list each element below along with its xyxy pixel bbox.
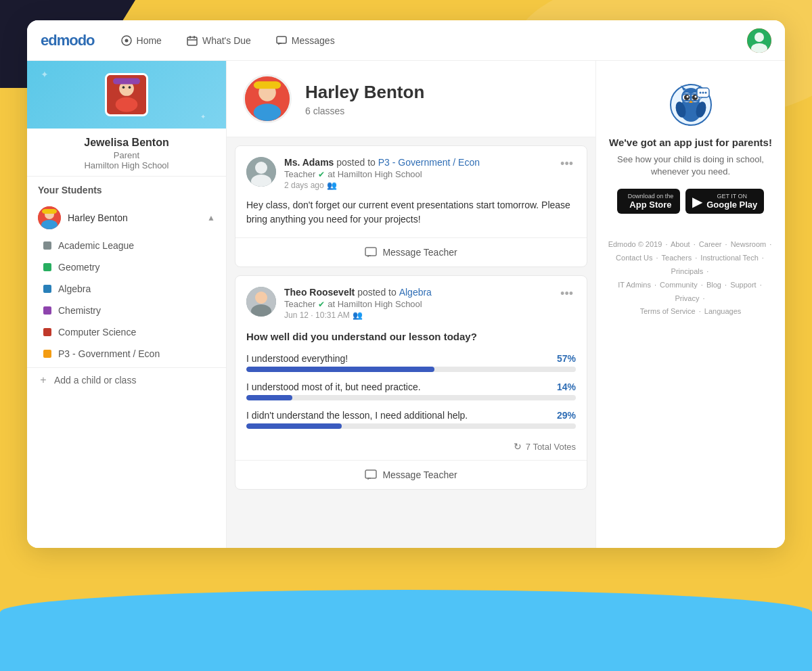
footer-link-support[interactable]: Support xyxy=(730,281,757,289)
post-teacher-label-2: Teacher xyxy=(284,299,315,309)
class-item-computer-science[interactable]: Computer Science xyxy=(27,321,226,343)
footer-link-career[interactable]: Career xyxy=(699,240,722,248)
post-author-1: Ms. Adams posted to P3 - Government / Ec… xyxy=(284,157,549,168)
footer-link-privacy[interactable]: Privacy xyxy=(675,294,699,302)
app-store-small-text: Download on the xyxy=(628,193,674,200)
owl-icon xyxy=(667,81,715,129)
student-header-harley[interactable]: Harley Benton ▲ xyxy=(27,201,226,235)
poll-option-label-3: I didn't understand the lesson, I need a… xyxy=(246,410,468,421)
user-avatar[interactable] xyxy=(747,28,771,53)
footer-link-it[interactable]: IT Admins xyxy=(618,281,651,289)
post-time-text-2: Jun 12 · 10:31 AM xyxy=(284,310,350,320)
nav-messages-label: Messages xyxy=(292,35,335,46)
poll-bar-bg-2 xyxy=(246,395,576,400)
top-navigation: edmodo Home xyxy=(27,20,785,61)
class-dot-government-econ xyxy=(43,350,51,358)
class-dot-algebra xyxy=(43,285,51,293)
student-section: Harley Benton ▲ Academic League Geometry xyxy=(27,201,226,367)
class-item-academic-league[interactable]: Academic League xyxy=(27,235,226,256)
post-card-1: Ms. Adams posted to P3 - Government / Ec… xyxy=(235,145,587,267)
footer-link-languages[interactable]: Languages xyxy=(704,307,741,315)
verified-badge-2: ✔ xyxy=(318,300,325,309)
poll-total-label: 7 Total Votes xyxy=(526,442,576,452)
svg-rect-2 xyxy=(187,37,197,45)
class-list: Academic League Geometry Algebra Chemist… xyxy=(27,235,226,367)
footer-link-terms[interactable]: Terms of Service xyxy=(640,307,696,315)
footer-link-instructional[interactable]: Instructional Tech xyxy=(700,254,758,262)
message-teacher-label-2: Message Teacher xyxy=(382,469,457,480)
main-app-window: edmodo Home xyxy=(27,20,785,548)
footer-link-principals[interactable]: Principals xyxy=(671,267,704,275)
footer-links: Edmodo © 2019 · About · Career · Newsroo… xyxy=(607,238,774,319)
class-item-algebra[interactable]: Algebra xyxy=(27,278,226,300)
poll-question: How well did you understand our lesson t… xyxy=(235,328,587,350)
footer-link-blog[interactable]: Blog xyxy=(706,281,721,289)
post-school-line-2: Teacher ✔ at Hamilton High School xyxy=(284,299,549,309)
nav-messages[interactable]: Messages xyxy=(270,32,340,49)
svg-rect-15 xyxy=(113,78,140,85)
google-play-button[interactable]: ▶ GET IT ON Google Play xyxy=(685,189,764,214)
footer-link-contact[interactable]: Contact Us xyxy=(616,254,652,262)
nav-home[interactable]: Home xyxy=(115,32,167,49)
post-posted-to-2: posted to xyxy=(357,287,399,298)
footer-link-newsroom[interactable]: Newsroom xyxy=(731,240,767,248)
poll-bar-bg-3 xyxy=(246,423,576,429)
post-menu-2[interactable]: ••• xyxy=(558,287,576,301)
logo: edmodo xyxy=(41,32,95,49)
post-time-1: 2 days ago 👥 xyxy=(284,181,549,190)
profile-banner xyxy=(27,61,226,129)
message-teacher-btn-1[interactable]: Message Teacher xyxy=(365,246,457,258)
class-item-geometry[interactable]: Geometry xyxy=(27,256,226,278)
post-menu-1[interactable]: ••• xyxy=(558,157,576,171)
poll-bar-fill-2 xyxy=(246,395,292,400)
post-class-2: Algebra xyxy=(399,287,432,298)
class-item-government-econ[interactable]: P3 - Government / Econ xyxy=(27,343,226,365)
class-dot-geometry xyxy=(43,263,51,271)
poll-option-1: I understood everything! 57% xyxy=(235,350,587,379)
google-play-name: Google Play xyxy=(706,200,757,210)
profile-role: Parent xyxy=(38,150,215,160)
google-play-small-text: GET IT ON xyxy=(706,193,757,200)
your-students-header: Your Students xyxy=(27,176,226,201)
nav-whats-due[interactable]: What's Due xyxy=(181,32,256,49)
svg-point-53 xyxy=(704,92,706,94)
post-class-1: P3 - Government / Econ xyxy=(378,157,480,168)
svg-rect-27 xyxy=(365,248,376,256)
footer-link-teachers[interactable]: Teachers xyxy=(662,254,692,262)
post-card-2: Theo Roosevelt posted to Algebra Teacher… xyxy=(235,275,587,490)
post-author-2: Theo Roosevelt posted to Algebra xyxy=(284,287,549,298)
profile-large-avatar xyxy=(243,74,292,123)
message-teacher-btn-2[interactable]: Message Teacher xyxy=(365,469,457,481)
poll-percent-2: 14% xyxy=(557,381,576,392)
post-footer-2: Message Teacher xyxy=(235,460,587,489)
message-teacher-label-1: Message Teacher xyxy=(382,247,457,258)
profile-school: Hamilton High School xyxy=(38,160,215,170)
svg-rect-6 xyxy=(277,37,286,43)
student-avatar-harley xyxy=(38,206,61,229)
app-store-name: App Store xyxy=(628,200,674,210)
post-posted-to-1: posted to xyxy=(336,157,378,168)
poll-option-3: I didn't understand the lesson, I need a… xyxy=(235,407,587,436)
add-child-button[interactable]: + Add a child or class xyxy=(27,367,226,392)
svg-point-22 xyxy=(254,103,281,121)
app-promo: We've got an app just for parents! See h… xyxy=(607,74,774,225)
google-play-text: GET IT ON Google Play xyxy=(706,193,757,210)
post-icon-2: 👥 xyxy=(353,310,363,320)
body-layout: Jewelisa Benton Parent Hamilton High Sch… xyxy=(27,61,785,548)
svg-point-42 xyxy=(694,96,696,98)
footer-link-community[interactable]: Community xyxy=(660,281,698,289)
class-item-chemistry[interactable]: Chemistry xyxy=(27,300,226,321)
post-time-2: Jun 12 · 10:31 AM 👥 xyxy=(284,310,549,320)
poll-total: ↻ 7 Total Votes xyxy=(235,436,587,460)
poll-bar-fill-1 xyxy=(246,367,434,372)
post-icon-1: 👥 xyxy=(327,181,337,190)
message-icon-1 xyxy=(365,246,377,258)
app-store-button[interactable]: Download on the App Store xyxy=(617,189,681,214)
svg-point-13 xyxy=(129,86,131,89)
post-avatar-2 xyxy=(246,287,276,317)
post-author-name-1: Ms. Adams xyxy=(284,157,334,168)
verified-badge-1: ✔ xyxy=(318,170,325,179)
profile-header-section: Harley Benton 6 classes xyxy=(227,61,595,137)
footer-link-about[interactable]: About xyxy=(671,240,690,248)
poll-percent-1: 57% xyxy=(557,353,576,364)
